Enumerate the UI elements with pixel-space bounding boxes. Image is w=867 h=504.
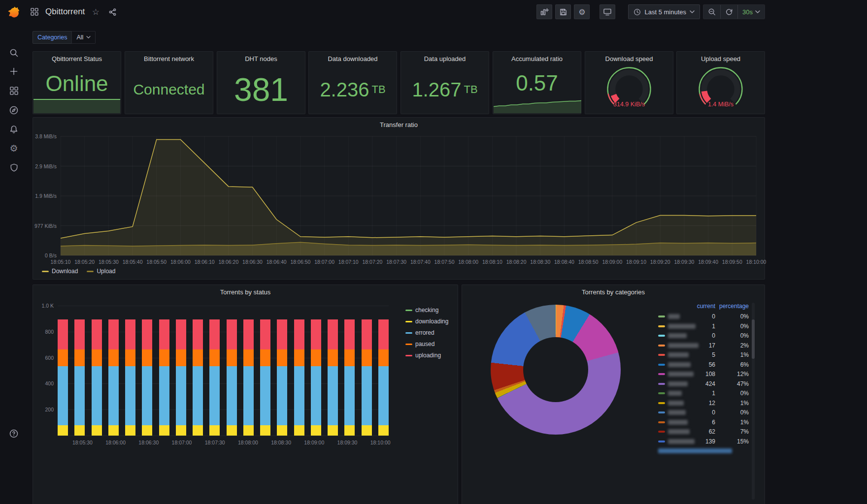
panel-qbittorrent-status: Qbittorrent Status Online bbox=[33, 51, 121, 114]
table-scrollbar[interactable] bbox=[752, 303, 755, 500]
stacked-bar bbox=[277, 306, 287, 436]
stacked-bar bbox=[362, 306, 372, 436]
downloaded-value: 2.236 bbox=[320, 80, 369, 99]
ratio-sparkline bbox=[494, 95, 581, 113]
panel-title[interactable]: Qbittorrent Status bbox=[33, 52, 121, 65]
server-admin-shield-icon[interactable] bbox=[0, 159, 28, 176]
bar-segment-uploading bbox=[227, 319, 237, 349]
legend-item[interactable]: Download bbox=[42, 268, 78, 275]
stacked-bar bbox=[260, 306, 270, 436]
cycle-view-mode-button[interactable] bbox=[600, 4, 615, 19]
bar-segment-paused bbox=[328, 349, 338, 366]
cell-percentage: 7% bbox=[718, 428, 749, 435]
bar-segment-downloading bbox=[260, 425, 270, 436]
cell-percentage: 15% bbox=[718, 438, 749, 445]
grafana-dashboard: { "topnav": { "title": "Qbittorrent", "t… bbox=[0, 0, 867, 504]
bar-segment-paused bbox=[142, 349, 152, 366]
x-tick-label: 18:06:40 bbox=[264, 259, 289, 265]
bar-segment-uploading bbox=[344, 319, 355, 349]
transfer-ratio-chart: 0 B/s977 KiB/s1.9 MiB/s2.9 MiB/s3.8 MiB/… bbox=[33, 131, 765, 279]
share-icon[interactable] bbox=[106, 6, 118, 18]
bar-segment-uploading bbox=[311, 319, 321, 349]
cell-percentage: 0% bbox=[718, 409, 749, 416]
x-tick-label: 18:07:50 bbox=[432, 259, 457, 265]
bar-segment-paused bbox=[277, 349, 287, 366]
bar-segment-downloading bbox=[328, 425, 338, 436]
bar-segment-downloading bbox=[125, 425, 135, 436]
bar-segment-downloading bbox=[209, 425, 220, 436]
add-panel-button[interactable] bbox=[536, 4, 552, 19]
stacked-bar bbox=[176, 306, 186, 436]
legend-item[interactable]: downloading bbox=[405, 318, 448, 325]
legend-item[interactable]: uploading bbox=[405, 352, 448, 359]
bar-segment-uploading bbox=[74, 319, 85, 349]
x-tick-label: 18:05:30 bbox=[68, 440, 96, 445]
panel-title[interactable]: Torrents by categories bbox=[462, 285, 765, 299]
grafana-logo[interactable] bbox=[5, 3, 22, 20]
variable-value-dropdown[interactable]: All bbox=[71, 31, 96, 44]
status-sparkline bbox=[33, 99, 120, 113]
x-tick-label: 18:07:00 bbox=[312, 259, 337, 265]
time-range-picker[interactable]: Last 5 minutes bbox=[628, 4, 700, 19]
panel-title[interactable]: Data downloaded bbox=[309, 52, 397, 65]
search-icon[interactable] bbox=[0, 44, 28, 61]
legend-label: Upload bbox=[97, 268, 115, 275]
table-row: 13915% bbox=[658, 437, 755, 446]
dht-nodes-value: 381 bbox=[234, 73, 288, 106]
cell-current: 139 bbox=[687, 438, 715, 445]
bar-segment-paused bbox=[362, 349, 372, 366]
panel-title[interactable]: Bittorrent network bbox=[125, 52, 213, 65]
legend-item[interactable]: errored bbox=[405, 329, 448, 336]
column-header-current[interactable]: current bbox=[687, 303, 715, 310]
bar-segment-paused bbox=[243, 349, 254, 366]
legend-color-dash bbox=[87, 271, 94, 272]
panel-title[interactable]: Accumulated ratio bbox=[493, 52, 581, 65]
help-icon[interactable] bbox=[0, 425, 28, 442]
save-dashboard-button[interactable] bbox=[555, 4, 571, 19]
variable-label[interactable]: Categories bbox=[33, 31, 71, 44]
uploaded-unit: TB bbox=[464, 83, 477, 96]
star-icon[interactable]: ☆ bbox=[90, 6, 101, 18]
column-header-percentage[interactable]: percentage bbox=[718, 303, 749, 310]
dashboard-title[interactable]: Qbittorrent bbox=[45, 7, 85, 17]
bars-container bbox=[58, 306, 389, 436]
panel-title[interactable]: Transfer ratio bbox=[33, 118, 765, 131]
bar-segment-errored bbox=[58, 366, 68, 425]
cell-current: 12 bbox=[687, 400, 715, 407]
dashboard-grid-icon[interactable] bbox=[29, 6, 40, 18]
create-new-icon[interactable] bbox=[0, 63, 28, 80]
ratio-value: 0.57 bbox=[516, 72, 558, 94]
x-tick-label: 18:09:20 bbox=[647, 259, 673, 265]
cell-current: 1 bbox=[687, 323, 715, 330]
dashboard-settings-button[interactable]: ⚙ bbox=[574, 4, 590, 19]
refresh-button[interactable] bbox=[721, 5, 738, 19]
x-tick-label: 18:09:30 bbox=[671, 259, 697, 265]
legend-item[interactable]: checking bbox=[405, 307, 448, 314]
x-tick-label: 18:07:10 bbox=[335, 259, 361, 265]
legend-item[interactable]: Upload bbox=[87, 268, 115, 275]
panel-title[interactable]: DHT nodes bbox=[217, 52, 305, 65]
x-tick-label: 18:10:00 bbox=[367, 440, 394, 445]
configuration-gear-icon[interactable]: ⚙ bbox=[0, 140, 28, 157]
refresh-interval-dropdown[interactable]: 30s bbox=[738, 5, 765, 19]
panel-title[interactable]: Data uploaded bbox=[401, 52, 489, 65]
cell-percentage: 0% bbox=[718, 323, 749, 330]
x-tick-label: 18:08:10 bbox=[479, 259, 505, 265]
table-scrollbar-thumb[interactable] bbox=[752, 319, 755, 359]
explore-compass-icon[interactable] bbox=[0, 102, 28, 119]
panel-title[interactable]: Download speed bbox=[585, 52, 673, 65]
y-tick-label: 0 B/s bbox=[33, 252, 57, 258]
bar-segment-uploading bbox=[294, 319, 304, 349]
dashboards-icon[interactable] bbox=[0, 82, 28, 99]
panel-bittorrent-network: Bittorrent network Connected bbox=[125, 51, 213, 114]
x-tick-label: 18:06:20 bbox=[216, 259, 241, 265]
alerting-bell-icon[interactable] bbox=[0, 121, 28, 138]
x-tick-label: 18:08:30 bbox=[528, 259, 553, 265]
x-tick-label: 18:05:20 bbox=[72, 259, 98, 265]
zoom-out-button[interactable] bbox=[703, 5, 721, 19]
legend-item[interactable]: paused bbox=[405, 341, 448, 347]
network-value: Connected bbox=[133, 82, 204, 97]
bar-segment-downloading bbox=[108, 425, 119, 436]
panel-title[interactable]: Upload speed bbox=[677, 52, 765, 65]
panel-title[interactable]: Torrents by status bbox=[33, 285, 458, 299]
